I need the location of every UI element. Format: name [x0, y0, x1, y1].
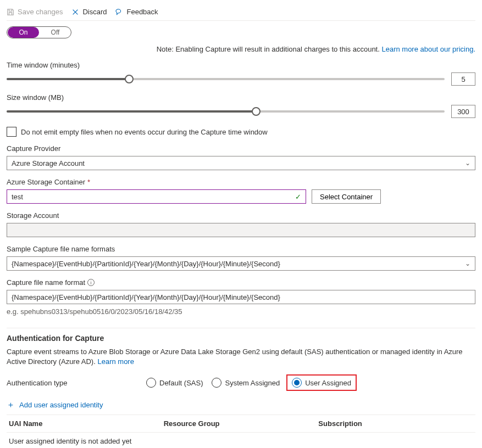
save-icon — [7, 8, 14, 16]
storage-account-label: Storage Account — [7, 211, 475, 220]
auth-section-desc: Capture event streams to Azure Blob Stor… — [7, 347, 475, 367]
capture-provider-label: Capture Provider — [7, 144, 475, 153]
identity-table: UAI Name Resource Group Subscription Use… — [7, 415, 475, 448]
toolbar: Save changes Discard Feedback — [7, 4, 475, 21]
storage-container-input[interactable]: test ✓ — [7, 189, 306, 204]
add-identity-button[interactable]: ＋ Add user assigned identity — [7, 400, 103, 415]
chevron-down-icon: ⌄ — [465, 260, 470, 267]
auth-learn-more-link[interactable]: Learn more — [97, 357, 134, 366]
checkmark-icon: ✓ — [295, 193, 301, 201]
time-window-value[interactable]: 5 — [451, 72, 475, 86]
col-resource-group: Resource Group — [164, 419, 319, 428]
size-window-value[interactable]: 300 — [451, 105, 475, 118]
save-button: Save changes — [7, 8, 63, 16]
capture-provider-select[interactable]: Azure Storage Account ⌄ — [7, 156, 475, 170]
capture-format-example: e.g. spehubns0313/spehub0516/0/2023/05/1… — [7, 307, 475, 316]
auth-radio-user[interactable]: User Assigned — [286, 374, 357, 391]
sample-formats-select[interactable]: {Namespace}/{EventHub}/{PartitionId}/{Ye… — [7, 256, 475, 271]
time-window-slider[interactable] — [7, 73, 445, 85]
storage-container-label: Azure Storage Container * — [7, 178, 475, 186]
table-row: User assigned identity is not added yet — [7, 433, 475, 448]
plus-icon: ＋ — [7, 400, 15, 410]
emit-empty-checkbox[interactable] — [7, 127, 16, 137]
capture-toggle[interactable]: On Off — [7, 26, 71, 38]
pricing-link[interactable]: Learn more about our pricing. — [381, 45, 475, 53]
time-window-label: Time window (minutes) — [7, 61, 475, 69]
sample-formats-label: Sample Capture file name formats — [7, 245, 475, 253]
feedback-button[interactable]: Feedback — [115, 8, 158, 16]
auth-type-label: Authentication type — [7, 379, 144, 387]
info-icon[interactable]: i — [87, 279, 95, 286]
col-subscription: Subscription — [318, 419, 473, 428]
capture-format-label: Capture file name format i — [7, 278, 475, 287]
auth-radio-system[interactable]: System Assigned — [209, 374, 282, 391]
col-uai-name: UAI Name — [9, 419, 164, 428]
chevron-down-icon: ⌄ — [465, 159, 470, 167]
size-window-label: Size window (MB) — [7, 93, 475, 102]
feedback-icon — [115, 8, 123, 16]
auth-section-title: Authentication for Capture — [7, 334, 475, 343]
pricing-note: Note: Enabling Capture will result in ad… — [7, 42, 475, 53]
size-window-slider[interactable] — [7, 105, 445, 117]
storage-account-input — [7, 223, 475, 237]
auth-radio-default[interactable]: Default (SAS) — [144, 374, 205, 391]
discard-button[interactable]: Discard — [71, 8, 107, 16]
emit-empty-label: Do not emit empty files when no events o… — [21, 128, 268, 136]
close-icon — [71, 8, 79, 16]
capture-format-input[interactable]: {Namespace}/{EventHub}/{PartitionId}/{Ye… — [7, 290, 475, 304]
select-container-button[interactable]: Select Container — [312, 189, 381, 204]
